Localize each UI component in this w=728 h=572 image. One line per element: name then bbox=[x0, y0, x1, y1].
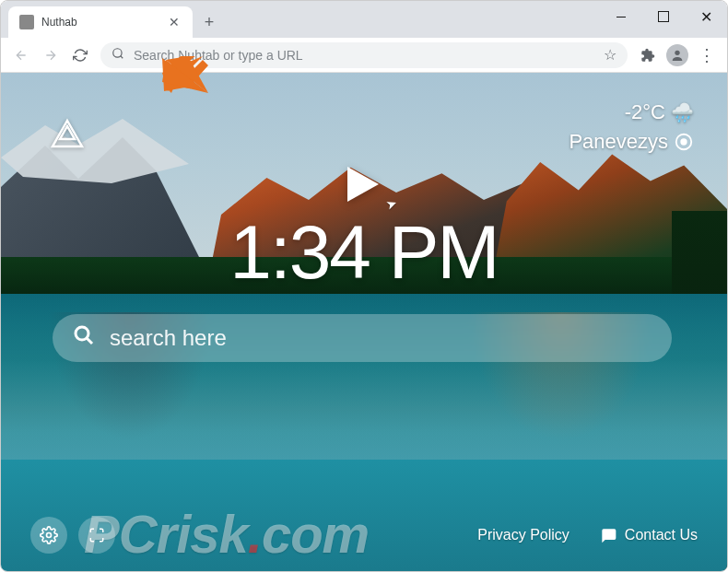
window-controls: ✕ bbox=[600, 1, 727, 32]
maximize-button[interactable] bbox=[642, 1, 685, 32]
reload-button[interactable] bbox=[67, 42, 93, 68]
footer: Privacy Policy Contact Us bbox=[1, 517, 727, 554]
page-content: -2°C 🌧️ Panevezys ➤ 1:34 PM search here … bbox=[1, 73, 727, 572]
chat-icon bbox=[599, 526, 617, 544]
clock: 1:34 PM bbox=[1, 209, 727, 296]
svg-point-1 bbox=[675, 50, 679, 54]
forward-button[interactable] bbox=[38, 42, 64, 68]
fullscreen-button[interactable] bbox=[78, 517, 115, 554]
titlebar: Nuthab ✕ + ✕ bbox=[1, 1, 727, 38]
forward-icon bbox=[43, 48, 58, 63]
profile-icon bbox=[666, 44, 688, 66]
back-icon bbox=[14, 48, 29, 63]
triangle-logo-icon bbox=[49, 117, 86, 154]
fullscreen-icon bbox=[88, 527, 105, 543]
play-icon bbox=[340, 163, 382, 205]
reload-icon bbox=[73, 48, 88, 63]
puzzle-icon bbox=[640, 48, 655, 63]
search-bar[interactable]: search here bbox=[53, 314, 672, 362]
contact-link[interactable]: Contact Us bbox=[599, 526, 698, 544]
search-icon bbox=[73, 324, 95, 352]
bookmark-button[interactable]: ☆ bbox=[604, 46, 616, 64]
privacy-link[interactable]: Privacy Policy bbox=[477, 527, 569, 543]
weather-location: Panevezys bbox=[569, 130, 668, 154]
close-icon[interactable]: ✕ bbox=[167, 15, 182, 29]
weather-widget[interactable]: -2°C 🌧️ Panevezys bbox=[569, 100, 694, 154]
gear-icon bbox=[40, 526, 58, 544]
menu-button[interactable]: ⋮ bbox=[694, 42, 720, 68]
omnibox-placeholder: Search Nuhtab or type a URL bbox=[134, 48, 594, 63]
minimize-button[interactable] bbox=[600, 1, 642, 32]
extensions-button[interactable] bbox=[635, 42, 661, 68]
settings-button[interactable] bbox=[30, 517, 67, 554]
play-button[interactable] bbox=[340, 163, 382, 209]
svg-point-7 bbox=[681, 139, 687, 145]
toolbar: Search Nuhtab or type a URL ☆ ⋮ bbox=[1, 38, 727, 73]
profile-button[interactable] bbox=[664, 42, 690, 68]
tab-title: Nuthab bbox=[41, 16, 159, 29]
rain-cloud-icon: 🌧️ bbox=[671, 101, 694, 123]
contact-label: Contact Us bbox=[625, 527, 698, 543]
back-button[interactable] bbox=[8, 42, 34, 68]
browser-window: Nuthab ✕ + ✕ Search Nuhtab or type a URL… bbox=[0, 0, 728, 572]
search-placeholder: search here bbox=[110, 325, 227, 351]
window-close-button[interactable]: ✕ bbox=[685, 1, 727, 32]
search-icon bbox=[112, 47, 124, 63]
tab-favicon bbox=[19, 15, 34, 29]
svg-marker-8 bbox=[347, 167, 379, 202]
omnibox[interactable]: Search Nuhtab or type a URL ☆ bbox=[100, 42, 628, 68]
svg-point-0 bbox=[113, 49, 122, 57]
browser-tab[interactable]: Nuthab ✕ bbox=[8, 6, 193, 38]
svg-point-10 bbox=[47, 533, 52, 538]
new-tab-button[interactable]: + bbox=[196, 9, 222, 35]
location-pin-icon bbox=[674, 132, 694, 152]
svg-point-9 bbox=[76, 327, 88, 340]
site-logo[interactable] bbox=[49, 117, 86, 158]
weather-temp: -2°C bbox=[625, 100, 665, 124]
